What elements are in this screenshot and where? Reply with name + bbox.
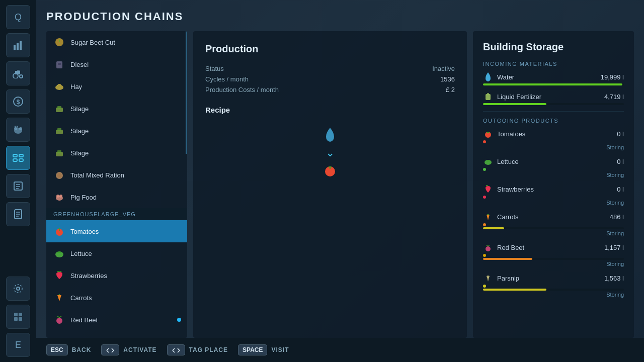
activate-label: ACTIVATE [123,346,156,353]
storage-panel: Building Storage INCOMING MATERIALS Wate… [473,31,634,338]
lettuce-status-dot [483,168,486,171]
sidebar-btn-notes[interactable] [6,202,30,226]
back-button-group[interactable]: ESC BACK [46,344,91,355]
sidebar-btn-chain[interactable] [6,146,30,170]
svg-rect-15 [19,154,23,157]
list-item-pig-food[interactable]: Pig Food [46,186,187,208]
parsnip-storage-status: Storing [483,292,624,298]
fertilizer-name: Liquid Fertilizer [497,93,541,101]
svg-rect-28 [14,313,18,316]
tractor-icon [12,68,24,78]
sidebar-btn-e[interactable]: E [6,333,30,357]
list-item-strawberries[interactable]: Strawberries [46,264,187,287]
sidebar-btn-tractor[interactable] [6,61,30,85]
sidebar-btn-settings[interactable] [6,277,30,301]
red-beet-icon [53,314,65,326]
sidebar-btn-q[interactable]: Q [6,5,30,29]
svg-point-49 [56,318,62,324]
cycles-row: Cycles / month 1536 [205,75,455,83]
costs-value: £ 2 [446,86,455,94]
strawberries-storage-icon [483,184,493,194]
lettuce-storage-amount: 0 l [617,158,624,165]
svg-point-27 [14,285,22,293]
strawberries-storage-name: Strawberries [497,186,534,193]
svg-point-11 [19,127,22,130]
tomato-result-icon [322,162,338,178]
fertilizer-bar [483,103,624,105]
list-item-silage3[interactable]: Silage [46,142,187,164]
sidebar: Q $ [0,0,36,362]
list-item-tomatoes[interactable]: Tomatoes [46,220,187,242]
main-content: PRODUCTION CHAINS Sugar Beet Cut Diesel [36,0,644,362]
list-item-diesel[interactable]: Diesel [46,53,187,75]
svg-point-46 [59,195,62,198]
parsnip-storage-icon [483,273,493,283]
pig-food-label: Pig Food [70,194,97,201]
tag-place-button-group[interactable]: TAG PLACE [167,344,228,355]
fertilizer-bar-fill [483,103,546,105]
svg-point-35 [55,85,63,90]
bottom-bar: ESC BACK ACTIVATE TAG PLACE SPACE VISIT [36,338,644,362]
svg-rect-0 [14,45,16,50]
status-value: Inactive [432,65,455,72]
red-beet-storage-name: Red Beet [497,244,524,251]
svg-rect-37 [57,106,61,109]
tomatoes-icon [53,225,65,237]
list-item-parsnip[interactable]: Parsnip [46,331,187,338]
carrots-label: Carrots [70,294,92,302]
activate-key [101,344,119,355]
carrots-status-dot [483,223,486,226]
parsnip-bar [483,289,624,291]
tomatoes-label: Tomatoes [70,228,99,235]
storage-item-strawberries: Strawberries 0 l Storing [483,184,624,206]
storage-item-parsnip: Parsnip 1,563 l Storing [483,273,624,298]
silage2-icon [53,125,65,137]
diesel-icon [53,58,65,70]
list-item-red-beet[interactable]: Red Beet [46,309,187,331]
svg-rect-34 [58,63,61,65]
total-mixed-label: Total Mixed Ration [70,171,124,179]
tomatoes-storage-amount: 0 l [617,130,624,138]
hay-icon [53,80,65,93]
sidebar-btn-cow[interactable] [6,118,30,142]
red-beet-bar-fill [483,258,532,260]
incoming-materials-title: INCOMING MATERIALS [483,61,624,67]
silage1-icon [53,103,65,115]
parsnip-storage-amount: 1,563 l [604,275,624,282]
list-item-silage2[interactable]: Silage [46,120,187,142]
sidebar-btn-chart[interactable] [6,33,30,57]
svg-point-56 [486,246,491,251]
list-item-total-mixed[interactable]: Total Mixed Ration [46,164,187,186]
chart-icon [13,40,24,51]
sidebar-btn-money[interactable]: $ [6,89,30,114]
sidebar-btn-grid[interactable] [6,305,30,329]
list-item-hay[interactable]: Hay [46,75,187,98]
svg-rect-29 [19,313,22,316]
production-panel: Production Status Inactive Cycles / mont… [193,31,467,338]
water-storage-icon [483,72,493,82]
list-item-sugarbeet-cut[interactable]: Sugar Beet Cut [46,31,187,53]
e-icon: E [15,340,21,350]
svg-point-57 [487,276,490,278]
status-label: Status [205,65,224,72]
lettuce-storage-status: Storing [483,172,624,178]
pig-food-icon [53,191,65,203]
list-item-lettuce[interactable]: Lettuce [46,242,187,264]
red-beet-storage-amount: 1,157 l [604,244,624,251]
svg-rect-12 [15,126,16,128]
red-beet-storage-status: Storing [483,261,624,267]
carrots-storage-amount: 486 l [610,213,624,221]
svg-rect-6 [17,70,20,72]
visit-button-group[interactable]: SPACE VISIT [238,344,289,355]
costs-label: Production Costs / month [205,86,279,94]
list-item-silage1[interactable]: Silage [46,98,187,120]
recipe-arrow-icon: ⌄ [326,147,335,158]
settings-icon [13,283,24,294]
sidebar-btn-tasks[interactable] [6,174,30,198]
activate-button-group[interactable]: ACTIVATE [101,344,156,355]
storage-item-water: Water 19,999 l [483,72,624,85]
chain-icon [13,152,24,163]
list-item-carrots[interactable]: Carrots [46,287,187,309]
storage-item-tomatoes: Tomatoes 0 l Storing [483,129,624,150]
red-beet-bar [483,258,624,260]
